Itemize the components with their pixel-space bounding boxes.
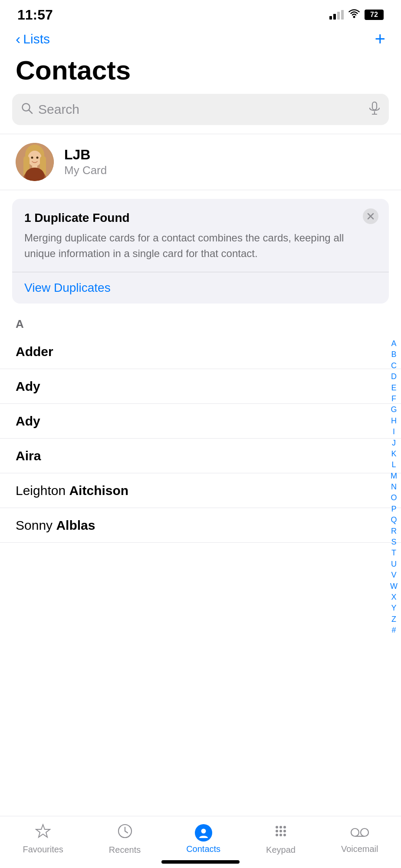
svg-point-15 bbox=[31, 157, 33, 159]
status-icons: 72 bbox=[329, 9, 384, 21]
svg-point-32 bbox=[351, 828, 359, 836]
alpha-X[interactable]: X bbox=[391, 592, 396, 602]
back-button[interactable]: ‹ Lists bbox=[16, 32, 50, 46]
alpha-F[interactable]: F bbox=[391, 394, 396, 404]
svg-point-29 bbox=[276, 834, 278, 836]
close-banner-button[interactable] bbox=[363, 208, 378, 224]
svg-point-22 bbox=[201, 829, 206, 834]
alpha-O[interactable]: O bbox=[391, 493, 397, 503]
back-label: Lists bbox=[23, 32, 50, 46]
svg-point-33 bbox=[361, 828, 368, 836]
section-header-A: A bbox=[0, 312, 401, 334]
star-icon bbox=[35, 824, 51, 842]
page-title: Contacts bbox=[0, 52, 401, 94]
alpha-P[interactable]: P bbox=[391, 504, 396, 514]
my-card-label: My Card bbox=[64, 164, 107, 177]
svg-point-26 bbox=[276, 830, 278, 832]
alpha-S[interactable]: S bbox=[391, 537, 396, 547]
svg-line-2 bbox=[29, 110, 33, 113]
contact-item[interactable]: Ady bbox=[0, 404, 401, 439]
view-duplicates-button[interactable]: View Duplicates bbox=[24, 272, 377, 304]
alpha-G[interactable]: G bbox=[391, 405, 397, 415]
alpha-N[interactable]: N bbox=[391, 482, 397, 492]
alpha-R[interactable]: R bbox=[391, 526, 397, 536]
contact-name: Ady bbox=[16, 414, 40, 429]
microphone-icon[interactable] bbox=[369, 102, 380, 118]
alpha-J[interactable]: J bbox=[392, 438, 396, 448]
svg-point-30 bbox=[279, 834, 282, 836]
status-time: 11:57 bbox=[17, 7, 53, 23]
alpha-I[interactable]: I bbox=[393, 427, 395, 437]
svg-point-9 bbox=[28, 151, 42, 166]
tab-favourites[interactable]: Favourites bbox=[23, 824, 63, 855]
svg-point-16 bbox=[36, 157, 39, 159]
tab-voicemail-label: Voicemail bbox=[341, 844, 378, 854]
contact-name: Sonny Alblas bbox=[16, 518, 95, 533]
my-card[interactable]: LJB My Card bbox=[0, 134, 401, 190]
voicemail-icon bbox=[351, 825, 369, 842]
alpha-W[interactable]: W bbox=[390, 581, 398, 591]
wifi-icon bbox=[348, 9, 360, 21]
alpha-M[interactable]: M bbox=[391, 471, 397, 481]
alpha-T[interactable]: T bbox=[391, 548, 396, 558]
contact-item[interactable]: Adder bbox=[0, 334, 401, 369]
alpha-E[interactable]: E bbox=[391, 383, 396, 393]
tab-recents-label: Recents bbox=[109, 845, 141, 855]
alpha-Z[interactable]: Z bbox=[391, 614, 396, 624]
tab-contacts-label: Contacts bbox=[186, 844, 220, 854]
contact-list: A Adder Ady Ady Aira Leighton Aitchison … bbox=[0, 312, 401, 543]
tab-favourites-label: Favourites bbox=[23, 845, 63, 855]
avatar bbox=[16, 143, 54, 181]
duplicate-banner: 1 Duplicate Found Merging duplicate card… bbox=[12, 199, 389, 304]
alpha-Q[interactable]: Q bbox=[391, 515, 397, 525]
alpha-U[interactable]: U bbox=[391, 559, 397, 569]
svg-point-25 bbox=[283, 826, 286, 828]
contact-name: Leighton Aitchison bbox=[16, 483, 128, 498]
alpha-hash[interactable]: # bbox=[391, 625, 396, 635]
signal-icon bbox=[329, 10, 344, 20]
contact-name: Aira bbox=[16, 449, 41, 463]
svg-point-27 bbox=[279, 830, 282, 832]
contact-item[interactable]: Aira bbox=[0, 439, 401, 473]
alphabet-index: A B C D E F G H I J K L M N O P Q R S T … bbox=[390, 339, 398, 636]
home-indicator bbox=[161, 860, 240, 864]
alpha-D[interactable]: D bbox=[391, 372, 397, 382]
add-contact-button[interactable]: + bbox=[375, 30, 385, 48]
search-placeholder[interactable]: Search bbox=[38, 102, 364, 117]
alpha-Y[interactable]: Y bbox=[391, 603, 396, 613]
svg-rect-3 bbox=[372, 102, 377, 110]
tab-keypad-label: Keypad bbox=[266, 845, 296, 855]
svg-point-28 bbox=[283, 830, 286, 832]
keypad-icon bbox=[273, 823, 289, 842]
contact-item[interactable]: Sonny Alblas bbox=[0, 508, 401, 543]
duplicate-description: Merging duplicate cards for a contact co… bbox=[24, 230, 377, 261]
contact-item[interactable]: Ady bbox=[0, 369, 401, 404]
alpha-H[interactable]: H bbox=[391, 416, 397, 426]
tab-contacts[interactable]: Contacts bbox=[186, 824, 220, 854]
nav-bar: ‹ Lists + bbox=[0, 26, 401, 52]
alpha-V[interactable]: V bbox=[391, 570, 396, 580]
alpha-B[interactable]: B bbox=[391, 350, 396, 360]
tab-recents[interactable]: Recents bbox=[109, 823, 141, 855]
search-bar[interactable]: Search bbox=[12, 94, 389, 125]
person-icon bbox=[195, 824, 212, 842]
alpha-K[interactable]: K bbox=[391, 449, 396, 459]
duplicate-title: 1 Duplicate Found bbox=[24, 211, 377, 225]
svg-line-21 bbox=[125, 831, 128, 833]
alpha-C[interactable]: C bbox=[391, 361, 397, 371]
contact-name: Ady bbox=[16, 379, 40, 394]
battery-icon: 72 bbox=[365, 10, 384, 20]
my-card-info: LJB My Card bbox=[64, 147, 107, 177]
search-container: Search bbox=[0, 94, 401, 134]
alpha-L[interactable]: L bbox=[391, 460, 396, 470]
svg-point-23 bbox=[276, 826, 278, 828]
contact-name: Adder bbox=[16, 344, 53, 359]
svg-point-0 bbox=[353, 16, 355, 18]
status-bar: 11:57 72 bbox=[0, 0, 401, 26]
tab-voicemail[interactable]: Voicemail bbox=[341, 825, 378, 854]
search-icon bbox=[21, 102, 33, 117]
chevron-left-icon: ‹ bbox=[16, 31, 20, 46]
alpha-A[interactable]: A bbox=[391, 339, 396, 349]
contact-item[interactable]: Leighton Aitchison bbox=[0, 473, 401, 508]
tab-keypad[interactable]: Keypad bbox=[266, 823, 296, 855]
